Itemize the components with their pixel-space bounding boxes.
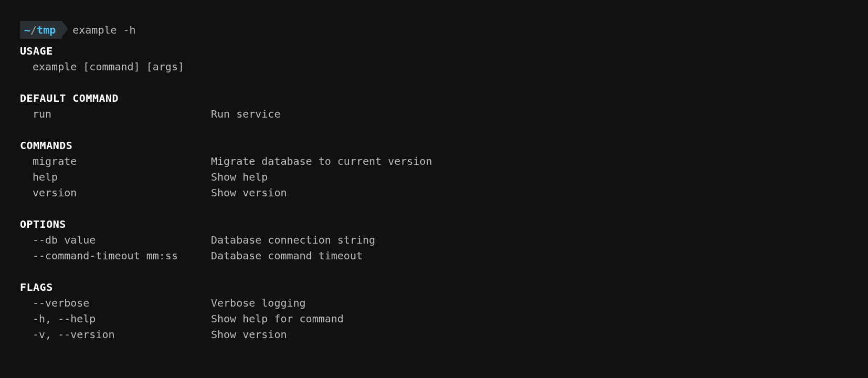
prompt-slash: / xyxy=(30,22,37,38)
default-command-heading: DEFAULT COMMAND xyxy=(20,90,848,106)
entered-command: example -h xyxy=(72,22,135,38)
terminal-prompt-line: ~/tmp example -h xyxy=(20,21,848,39)
option-desc: Database connection string xyxy=(211,232,375,248)
flag-desc: Verbose logging xyxy=(211,295,306,311)
command-name: migrate xyxy=(33,153,211,169)
usage-heading: USAGE xyxy=(20,43,848,59)
option-row: --command-timeout mm:ss Database command… xyxy=(33,248,848,264)
flag-desc: Show version xyxy=(211,327,287,342)
option-name: --command-timeout mm:ss xyxy=(33,248,211,264)
option-name: --db value xyxy=(33,232,211,248)
flag-row: --verbose Verbose logging xyxy=(33,295,848,311)
command-row: help Show help xyxy=(33,169,848,185)
prompt-tilde: ~ xyxy=(24,22,30,38)
flag-row: -h, --help Show help for command xyxy=(33,311,848,327)
command-desc: Show help xyxy=(211,169,268,185)
option-desc: Database command timeout xyxy=(211,248,363,264)
command-name: version xyxy=(33,185,211,201)
command-row: version Show version xyxy=(33,185,848,201)
prompt-dir: tmp xyxy=(37,22,56,38)
flag-desc: Show help for command xyxy=(211,311,344,327)
flag-name: -h, --help xyxy=(33,311,211,327)
prompt-badge: ~/tmp xyxy=(20,21,62,39)
flag-name: -v, --version xyxy=(33,327,211,342)
default-command-name: run xyxy=(33,106,211,122)
command-desc: Show version xyxy=(211,185,287,201)
command-row: migrate Migrate database to current vers… xyxy=(33,153,848,169)
flags-heading: FLAGS xyxy=(20,279,848,295)
usage-text: example [command] [args] xyxy=(20,59,848,75)
options-heading: OPTIONS xyxy=(20,216,848,232)
option-row: --db value Database connection string xyxy=(33,232,848,248)
default-command-row: run Run service xyxy=(33,106,848,122)
command-name: help xyxy=(33,169,211,185)
flag-row: -v, --version Show version xyxy=(33,327,848,342)
command-desc: Migrate database to current version xyxy=(211,153,432,169)
flag-name: --verbose xyxy=(33,295,211,311)
commands-heading: COMMANDS xyxy=(20,138,848,153)
default-command-desc: Run service xyxy=(211,106,280,122)
